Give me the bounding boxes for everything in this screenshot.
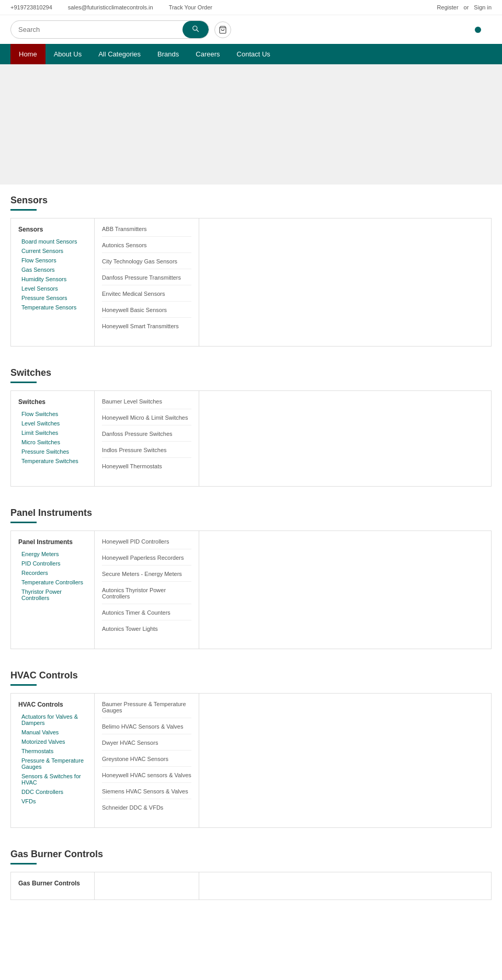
col1-link-switches-0[interactable]: Flow Switches [18,411,87,417]
col1-link-sensors-1[interactable]: Current Sensors [18,248,87,254]
col3-sensors [199,218,491,346]
col2-link-sensors-1[interactable]: Autonics Sensors [102,242,191,253]
col3-gas-burner-controls [199,872,491,900]
nav-brands[interactable]: Brands [149,44,187,64]
col1-link-sensors-4[interactable]: Humidity Sensors [18,276,87,282]
col2-link-hvac-controls-4[interactable]: Honeywell HVAC sensors & Valves [102,772,191,783]
col1-switches: SwitchesFlow SwitchesLevel SwitchesLimit… [11,391,95,486]
col2-link-hvac-controls-3[interactable]: Greystone HVAC Sensors [102,756,191,767]
col2-link-hvac-controls-6[interactable]: Schneider DDC & VFDs [102,804,191,815]
col1-link-sensors-6[interactable]: Pressure Sensors [18,295,87,301]
col1-link-switches-5[interactable]: Temperature Switches [18,458,87,464]
col2-hvac-controls: Baumer Pressure & Temperature GaugesBeli… [95,694,199,827]
track-order-link[interactable]: Track Your Order [169,4,212,10]
svg-line-1 [197,30,199,32]
col1-link-panel-instruments-2[interactable]: Recorders [18,570,87,576]
col1-hvac-controls: HVAC ControlsActuators for Valves & Damp… [11,694,95,827]
col2-link-hvac-controls-5[interactable]: Siemens HVAC Sensors & Valves [102,788,191,799]
col2-link-panel-instruments-3[interactable]: Autonics Thyristor Power Controllers [102,587,191,604]
col2-link-sensors-5[interactable]: Honeywell Basic Sensors [102,307,191,318]
col2-link-hvac-controls-1[interactable]: Belimo HVAC Sensors & Valves [102,723,191,734]
col2-sensors: ABB TransmittersAutonics SensorsCity Tec… [95,218,199,346]
col2-link-switches-3[interactable]: Indlos Pressure Switches [102,447,191,458]
col1-title-sensors: Sensors [18,226,87,233]
category-box-gas-burner-controls: Gas Burner Controls [10,872,492,900]
or-separator: or [464,4,469,10]
col1-link-hvac-controls-3[interactable]: Thermostats [18,748,87,754]
col1-link-hvac-controls-4[interactable]: Pressure & Temperature Gauges [18,757,87,770]
col3-hvac-controls [199,694,491,827]
section-sensors: SensorsSensorsBoard mount SensorsCurrent… [0,185,502,347]
col2-link-switches-2[interactable]: Danfoss Pressure Switches [102,431,191,442]
section-title-panel-instruments: Panel Instruments [10,508,492,518]
section-underline-gas-burner-controls [10,863,37,864]
col1-link-switches-3[interactable]: Micro Switches [18,439,87,445]
section-underline-panel-instruments [10,522,37,523]
col1-link-switches-2[interactable]: Limit Switches [18,430,87,436]
section-panel-instruments: Panel InstrumentsPanel InstrumentsEnergy… [0,497,502,649]
col2-link-panel-instruments-4[interactable]: Autonics Timer & Counters [102,609,191,620]
nav-about[interactable]: About Us [45,44,90,64]
section-hvac-controls: HVAC ControlsHVAC ControlsActuators for … [0,660,502,828]
nav-contact[interactable]: Contact Us [229,44,279,64]
col2-link-sensors-6[interactable]: Honeywell Smart Transmitters [102,323,191,333]
nav-careers[interactable]: Careers [187,44,228,64]
phone-number: +919723810294 [10,4,52,10]
col2-link-panel-instruments-1[interactable]: Honeywell Paperless Recorders [102,555,191,566]
col1-title-panel-instruments: Panel Instruments [18,538,87,546]
col2-link-hvac-controls-2[interactable]: Dwyer HVAC Sensors [102,740,191,751]
col1-link-hvac-controls-7[interactable]: VFDs [18,798,87,804]
col1-link-panel-instruments-3[interactable]: Temperature Controllers [18,579,87,585]
nav-categories[interactable]: All Categories [90,44,149,64]
col1-link-panel-instruments-1[interactable]: PID Controllers [18,560,87,567]
col1-link-panel-instruments-0[interactable]: Energy Meters [18,551,87,557]
col1-link-hvac-controls-5[interactable]: Sensors & Switches for HVAC [18,773,87,786]
col1-link-switches-4[interactable]: Pressure Switches [18,448,87,455]
col1-link-hvac-controls-0[interactable]: Actuators for Valves & Dampers [18,713,87,726]
col1-link-panel-instruments-4[interactable]: Thyristor Power Controllers [18,589,87,601]
col2-link-sensors-0[interactable]: ABB Transmitters [102,226,191,237]
section-title-sensors: Sensors [10,195,492,206]
col1-link-sensors-0[interactable]: Board mount Sensors [18,238,87,245]
section-title-switches: Switches [10,367,492,378]
col1-link-sensors-7[interactable]: Temperature Sensors [18,304,87,310]
col1-link-sensors-2[interactable]: Flow Sensors [18,257,87,263]
search-input[interactable] [11,21,182,38]
col2-link-panel-instruments-5[interactable]: Autonics Tower Lights [102,626,191,636]
section-underline-hvac-controls [10,684,37,686]
signin-link[interactable]: Sign in [474,4,492,10]
col2-link-sensors-2[interactable]: City Technology Gas Sensors [102,258,191,269]
col1-link-sensors-5[interactable]: Level Sensors [18,285,87,292]
col1-title-hvac-controls: HVAC Controls [18,701,87,708]
section-gas-burner-controls: Gas Burner ControlsGas Burner Controls [0,838,502,900]
col2-link-hvac-controls-0[interactable]: Baumer Pressure & Temperature Gauges [102,701,191,718]
col1-link-hvac-controls-6[interactable]: DDC Controllers [18,789,87,795]
col1-sensors: SensorsBoard mount SensorsCurrent Sensor… [11,218,95,346]
col1-title-gas-burner-controls: Gas Burner Controls [18,880,87,887]
section-title-hvac-controls: HVAC Controls [10,670,492,681]
col2-link-panel-instruments-0[interactable]: Honeywell PID Controllers [102,538,191,549]
section-title-gas-burner-controls: Gas Burner Controls [10,849,492,860]
search-button[interactable] [182,21,209,38]
col2-link-switches-4[interactable]: Honeywell Thermostats [102,463,191,474]
section-underline-sensors [10,209,37,211]
col2-switches: Baumer Level SwitchesHoneywell Micro & L… [95,391,199,486]
col1-link-sensors-3[interactable]: Gas Sensors [18,267,87,273]
search-container [10,20,209,39]
register-link[interactable]: Register [437,4,459,10]
cart-icon[interactable] [214,21,231,38]
col1-link-hvac-controls-1[interactable]: Manual Valves [18,729,87,735]
category-box-hvac-controls: HVAC ControlsActuators for Valves & Damp… [10,693,492,828]
col1-link-switches-1[interactable]: Level Switches [18,420,87,426]
col1-gas-burner-controls: Gas Burner Controls [11,872,95,900]
col2-link-panel-instruments-2[interactable]: Secure Meters - Energy Meters [102,571,191,582]
col1-link-hvac-controls-2[interactable]: Motorized Valves [18,739,87,745]
col3-panel-instruments [199,531,491,649]
nav-home[interactable]: Home [10,44,45,64]
category-box-panel-instruments: Panel InstrumentsEnergy MetersPID Contro… [10,531,492,649]
col2-link-sensors-4[interactable]: Envitec Medical Sensors [102,291,191,302]
col2-panel-instruments: Honeywell PID ControllersHoneywell Paper… [95,531,199,649]
col2-link-switches-0[interactable]: Baumer Level Switches [102,398,191,409]
col2-link-switches-1[interactable]: Honeywell Micro & Limit Switches [102,414,191,425]
col2-link-sensors-3[interactable]: Danfoss Pressure Transmitters [102,274,191,285]
